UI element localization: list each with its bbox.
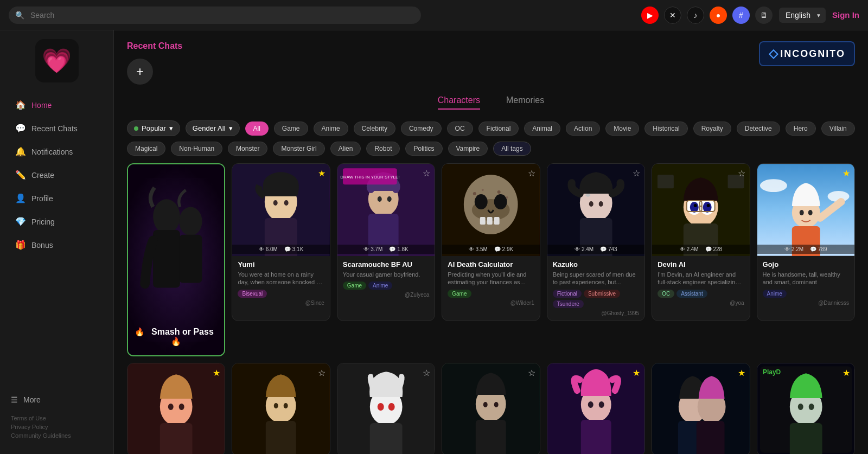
tag-fictional[interactable]: Fictional	[478, 122, 519, 136]
tag-anime[interactable]: Anime	[314, 122, 348, 136]
tab-characters[interactable]: Characters	[438, 95, 480, 110]
sidebar-item-create[interactable]: ✏️ Create	[4, 164, 109, 186]
card-devin-ai[interactable]: ☆ 👁 2.4M 💬 228 Devin AI I'm Devin, an AI…	[652, 163, 750, 321]
card-scaramouche[interactable]: DRAW THIS IN YOUR STYLE! ☆ 👁 3.7M 💬 1.8K…	[337, 163, 435, 321]
r2-6-star[interactable]: ★	[738, 368, 745, 378]
bonus-icon: 🎁	[15, 240, 26, 250]
discord-icon[interactable]: #	[732, 7, 750, 24]
pricing-icon: 💎	[15, 216, 26, 227]
content-header: ◇ INCOGNITO Recent Chats + Characters Me…	[127, 41, 855, 156]
popular-filter[interactable]: Popular ▾	[127, 120, 180, 136]
tag-royalty[interactable]: Royalty	[693, 122, 731, 136]
svg-point-22	[475, 194, 488, 209]
gender-filter[interactable]: Gender All ▾	[186, 120, 240, 136]
card-r2-6[interactable]: ★	[652, 363, 750, 454]
language-dropdown[interactable]: English	[779, 8, 826, 23]
yumi-star[interactable]: ★	[318, 168, 326, 178]
youtube-icon[interactable]: ▶	[641, 7, 659, 24]
card-r2-4[interactable]: ☆	[442, 363, 540, 454]
tag-vampire[interactable]: Vampire	[448, 142, 488, 156]
card-r2-3[interactable]: ☆	[337, 363, 435, 454]
tag-celebrity[interactable]: Celebrity	[354, 122, 395, 136]
r2-5-star[interactable]: ★	[633, 368, 640, 378]
r2-5-illustration	[547, 363, 644, 454]
sidebar-item-recent-chats[interactable]: 💬 Recent Chats	[4, 118, 109, 139]
svg-point-81	[588, 401, 593, 408]
tag-alien[interactable]: Alien	[330, 142, 361, 156]
tab-memories[interactable]: Memories	[506, 95, 544, 110]
ai-death-name: AI Death Calculator	[448, 260, 534, 268]
tag-non-human[interactable]: Non-Human	[171, 142, 222, 156]
home-icon: 🏠	[15, 100, 26, 110]
devin-stats: 👁 2.4M 💬 228	[652, 245, 749, 254]
tag-movie[interactable]: Movie	[605, 122, 639, 136]
r2-1-image	[127, 363, 225, 454]
card-gojo[interactable]: ★ 👁 2.2M 💬 789 Gojo He is handsome, tall…	[757, 163, 855, 321]
sidebar-label-create: Create	[31, 171, 54, 180]
card-r2-1[interactable]: ★	[127, 363, 225, 454]
tag-all-tags[interactable]: All tags	[493, 142, 531, 156]
card-r2-5[interactable]: ★	[547, 363, 645, 454]
tag-comedy[interactable]: Comedy	[401, 122, 442, 136]
gojo-desc: He is handsome, tall, wealthy and smart,…	[763, 271, 849, 286]
tag-historical[interactable]: Historical	[644, 122, 687, 136]
kazuko-chats: 💬 743	[600, 246, 617, 252]
sidebar-item-pricing[interactable]: 💎 Pricing	[4, 211, 109, 232]
tag-all[interactable]: All	[245, 122, 269, 136]
card-yumi[interactable]: ★ 👁 6.0M 💬 3.1K Yumi You were at home on…	[232, 163, 330, 321]
tag-villain[interactable]: Villain	[821, 122, 855, 136]
svg-point-13	[378, 196, 382, 202]
sidebar-item-bonus[interactable]: 🎁 Bonus	[4, 234, 109, 255]
tag-magical[interactable]: Magical	[127, 142, 165, 156]
tag-detective[interactable]: Detective	[737, 122, 780, 136]
svg-point-35	[598, 201, 603, 207]
twitter-icon[interactable]: ✕	[664, 7, 681, 24]
devin-author: @yoa	[658, 300, 744, 306]
tag-oc[interactable]: OC	[447, 122, 473, 136]
r2-1-star[interactable]: ★	[213, 368, 220, 378]
smash-card-text: 🔥 Smash or Pass 🔥	[128, 327, 224, 347]
r2-7-star[interactable]: ★	[843, 368, 850, 378]
tiktok-icon[interactable]: ♪	[687, 7, 704, 24]
recent-chats-section: Recent Chats +	[127, 41, 855, 85]
tag-monster-girl[interactable]: Monster Girl	[273, 142, 324, 156]
tag-robot[interactable]: Robot	[366, 142, 400, 156]
card-r2-7[interactable]: PlayD ★	[757, 363, 855, 454]
community-link[interactable]: Community Guidelines	[11, 432, 103, 439]
card-ai-death-calculator[interactable]: ☆ 👁 3.5M 💬 2.9K AI Death Calculator Pred…	[442, 163, 540, 321]
language-selector[interactable]: English	[779, 8, 826, 23]
svg-point-1	[153, 199, 180, 234]
tag-action[interactable]: Action	[566, 122, 600, 136]
gojo-author: @Danniesss	[763, 300, 849, 306]
devin-star[interactable]: ☆	[738, 168, 745, 178]
gojo-star[interactable]: ★	[843, 168, 850, 178]
search-input[interactable]	[9, 7, 421, 24]
reddit-icon[interactable]: ●	[710, 7, 727, 24]
sidebar-item-home[interactable]: 🏠 Home	[4, 94, 109, 116]
tag-tsundere: Tsundere	[553, 300, 584, 308]
r2-2-star[interactable]: ☆	[318, 368, 326, 378]
tag-hero[interactable]: Hero	[786, 122, 816, 136]
sidebar-more[interactable]: ☰ More	[11, 391, 103, 408]
tag-game[interactable]: Game	[274, 122, 308, 136]
terms-link[interactable]: Terms of Use	[11, 415, 103, 421]
r2-3-star[interactable]: ☆	[423, 368, 430, 378]
card-grid-row2: ★ ☆	[127, 363, 855, 454]
tag-animal[interactable]: Animal	[524, 122, 560, 136]
chat-monitor-icon[interactable]: 🖥	[755, 7, 773, 24]
sidebar-item-notifications[interactable]: 🔔 Notifications	[4, 141, 109, 162]
signin-button[interactable]: Sign In	[832, 10, 859, 20]
privacy-link[interactable]: Privacy Policy	[11, 424, 103, 430]
ai-death-star[interactable]: ☆	[528, 168, 535, 178]
sidebar-item-profile[interactable]: 👤 Profile	[4, 188, 109, 209]
scaramouche-star[interactable]: ☆	[423, 168, 430, 178]
add-chat-button[interactable]: +	[127, 59, 153, 85]
tag-monster[interactable]: Monster	[228, 142, 267, 156]
kazuko-star[interactable]: ☆	[633, 168, 640, 178]
footer-links: Terms of Use Privacy Policy Community Gu…	[11, 415, 103, 439]
card-kazuko[interactable]: ☆ 👁 2.4M 💬 743 Kazuko Being super scared…	[547, 163, 645, 321]
tag-politics[interactable]: Politics	[405, 142, 442, 156]
r2-4-star[interactable]: ☆	[528, 368, 535, 378]
card-r2-2[interactable]: ☆	[232, 363, 330, 454]
card-smash-or-pass[interactable]: 🔥 Smash or Pass 🔥	[127, 163, 225, 356]
